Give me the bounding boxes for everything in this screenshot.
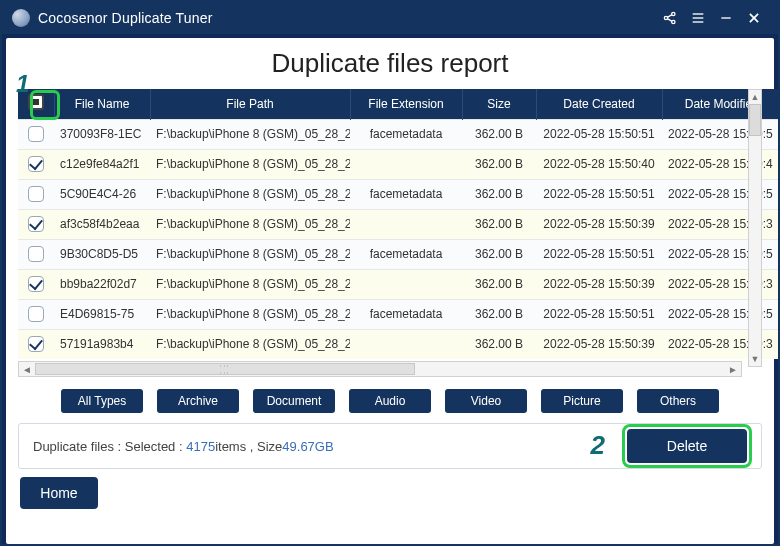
home-button[interactable]: Home — [20, 477, 98, 509]
cell-file-path: F:\backup\iPhone 8 (GSM)_05_28_202 — [150, 119, 350, 149]
filter-video-button[interactable]: Video — [445, 389, 527, 413]
cell-file-name: 370093F8-1EC — [54, 119, 150, 149]
minimize-icon[interactable] — [712, 4, 740, 32]
cell-size: 362.00 B — [462, 149, 536, 179]
row-checkbox[interactable] — [28, 156, 44, 172]
cell-file-path: F:\backup\iPhone 8 (GSM)_05_28_202 — [150, 209, 350, 239]
cell-date-created: 2022-05-28 15:50:40 — [536, 149, 662, 179]
cell-size: 362.00 B — [462, 179, 536, 209]
table-row[interactable]: 5C90E4C4-26F:\backup\iPhone 8 (GSM)_05_2… — [18, 179, 780, 209]
cell-date-created: 2022-05-28 15:50:51 — [536, 119, 662, 149]
cell-date-modified: 2022-05-28 15:50:4 — [662, 149, 780, 179]
summary-count: 4175 — [186, 439, 215, 454]
row-checkbox[interactable] — [28, 126, 44, 142]
scroll-right-icon[interactable]: ► — [725, 362, 741, 376]
cell-file-extension: facemetadata — [350, 239, 462, 269]
cell-file-name: 57191a983b4 — [54, 329, 150, 359]
page-title: Duplicate files report — [18, 48, 762, 79]
vertical-scrollbar[interactable]: ▲ ▼ — [748, 89, 762, 367]
row-checkbox[interactable] — [28, 276, 44, 292]
cell-date-modified: 2022-05-28 15:50:3 — [662, 329, 780, 359]
cell-date-created: 2022-05-28 15:50:51 — [536, 299, 662, 329]
cell-file-extension — [350, 269, 462, 299]
row-checkbox[interactable] — [28, 336, 44, 352]
header-file-extension[interactable]: File Extension — [350, 89, 462, 119]
cell-file-extension — [350, 209, 462, 239]
horizontal-scrollbar[interactable]: ◄ ► — [18, 361, 742, 377]
row-checkbox[interactable] — [28, 186, 44, 202]
app-title: Cocosenor Duplicate Tuner — [38, 10, 213, 26]
cell-date-modified: 2022-05-28 15:50:3 — [662, 269, 780, 299]
filter-picture-button[interactable]: Picture — [541, 389, 623, 413]
header-file-name[interactable]: File Name — [54, 89, 150, 119]
filter-document-button[interactable]: Document — [253, 389, 335, 413]
summary-bar: Duplicate files : Selected : 4175 items … — [18, 423, 762, 469]
table-row[interactable]: 57191a983b4F:\backup\iPhone 8 (GSM)_05_2… — [18, 329, 780, 359]
row-checkbox[interactable] — [28, 306, 44, 322]
cell-file-path: F:\backup\iPhone 8 (GSM)_05_28_202 — [150, 239, 350, 269]
cell-file-path: F:\backup\iPhone 8 (GSM)_05_28_202 — [150, 179, 350, 209]
vscroll-thumb[interactable] — [749, 104, 761, 136]
table-row[interactable]: c12e9fe84a2f1F:\backup\iPhone 8 (GSM)_05… — [18, 149, 780, 179]
select-all-checkbox-icon[interactable] — [28, 94, 44, 110]
cell-file-path: F:\backup\iPhone 8 (GSM)_05_28_202 — [150, 299, 350, 329]
menu-icon[interactable] — [684, 4, 712, 32]
table-container: 1 File Name File Path File Extension Siz… — [18, 89, 762, 377]
cell-file-path: F:\backup\iPhone 8 (GSM)_05_28_202 — [150, 329, 350, 359]
cell-file-name: E4D69815-75 — [54, 299, 150, 329]
scroll-left-icon[interactable]: ◄ — [19, 362, 35, 376]
cell-file-name: 9B30C8D5-D5 — [54, 239, 150, 269]
header-file-path[interactable]: File Path — [150, 89, 350, 119]
header-size[interactable]: Size — [462, 89, 536, 119]
cell-size: 362.00 B — [462, 329, 536, 359]
cell-date-modified: 2022-05-28 15:50:3 — [662, 209, 780, 239]
cell-file-path: F:\backup\iPhone 8 (GSM)_05_28_202 — [150, 149, 350, 179]
scroll-up-icon[interactable]: ▲ — [749, 90, 761, 104]
cell-date-modified: 2022-05-28 15:50:5 — [662, 299, 780, 329]
annotation-2: 2 — [591, 430, 605, 461]
table-row[interactable]: bb9ba22f02d7F:\backup\iPhone 8 (GSM)_05_… — [18, 269, 780, 299]
cell-date-modified: 2022-05-28 15:50:5 — [662, 119, 780, 149]
header-date-modified[interactable]: Date Modified — [662, 89, 780, 119]
cell-date-created: 2022-05-28 15:50:51 — [536, 179, 662, 209]
summary-size: 49.67GB — [282, 439, 333, 454]
app-logo-icon — [12, 9, 30, 27]
cell-file-name: c12e9fe84a2f1 — [54, 149, 150, 179]
cell-size: 362.00 B — [462, 119, 536, 149]
cell-file-name: 5C90E4C4-26 — [54, 179, 150, 209]
cell-file-extension — [350, 329, 462, 359]
filter-audio-button[interactable]: Audio — [349, 389, 431, 413]
title-bar: Cocosenor Duplicate Tuner — [2, 2, 778, 34]
row-checkbox[interactable] — [28, 216, 44, 232]
duplicates-table: File Name File Path File Extension Size … — [18, 89, 780, 359]
cell-date-created: 2022-05-28 15:50:39 — [536, 329, 662, 359]
table-row[interactable]: 9B30C8D5-D5F:\backup\iPhone 8 (GSM)_05_2… — [18, 239, 780, 269]
filter-archive-button[interactable]: Archive — [157, 389, 239, 413]
cell-file-extension — [350, 149, 462, 179]
filter-others-button[interactable]: Others — [637, 389, 719, 413]
annotation-1: 1 — [16, 70, 29, 98]
filter-row: All Types Archive Document Audio Video P… — [18, 389, 762, 413]
scroll-thumb[interactable] — [35, 363, 415, 375]
svg-line-4 — [667, 19, 672, 22]
cell-date-created: 2022-05-28 15:50:39 — [536, 269, 662, 299]
scroll-down-icon[interactable]: ▼ — [749, 352, 761, 366]
cell-date-created: 2022-05-28 15:50:51 — [536, 239, 662, 269]
cell-file-name: bb9ba22f02d7 — [54, 269, 150, 299]
cell-size: 362.00 B — [462, 209, 536, 239]
cell-file-name: af3c58f4b2eaa — [54, 209, 150, 239]
table-row[interactable]: E4D69815-75F:\backup\iPhone 8 (GSM)_05_2… — [18, 299, 780, 329]
close-icon[interactable] — [740, 4, 768, 32]
summary-prefix: Duplicate files : Selected : — [33, 439, 183, 454]
cell-date-created: 2022-05-28 15:50:39 — [536, 209, 662, 239]
row-checkbox[interactable] — [28, 246, 44, 262]
content-area: Duplicate files report 1 File Name File … — [6, 38, 774, 544]
cell-size: 362.00 B — [462, 299, 536, 329]
header-date-created[interactable]: Date Created — [536, 89, 662, 119]
share-icon[interactable] — [656, 4, 684, 32]
delete-button[interactable]: Delete — [627, 429, 747, 463]
table-row[interactable]: 370093F8-1ECF:\backup\iPhone 8 (GSM)_05_… — [18, 119, 780, 149]
table-row[interactable]: af3c58f4b2eaaF:\backup\iPhone 8 (GSM)_05… — [18, 209, 780, 239]
filter-all-types-button[interactable]: All Types — [61, 389, 143, 413]
cell-size: 362.00 B — [462, 239, 536, 269]
